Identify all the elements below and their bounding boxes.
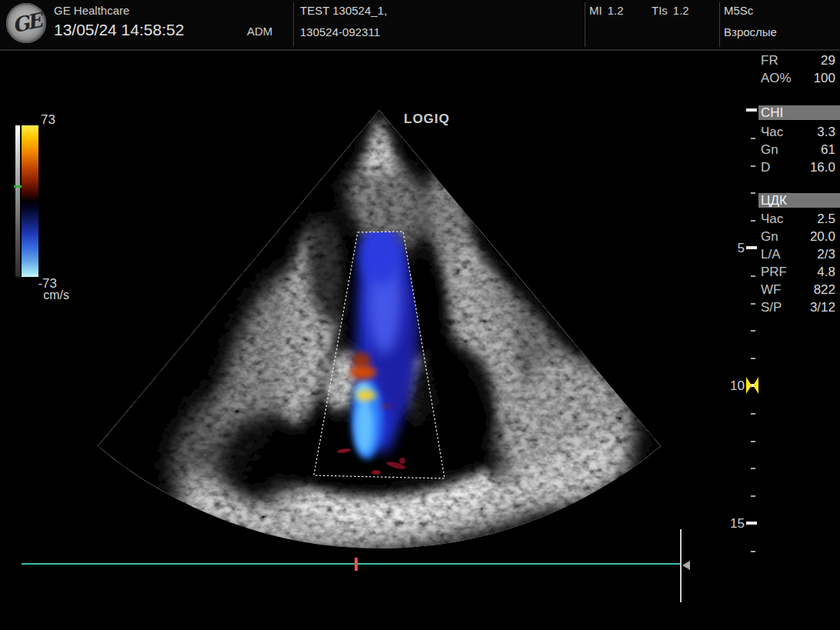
cine-position-marker[interactable] [355,558,358,571]
header-bar: GE GE Healthcare 13/05/24 14:58:52 ADM T… [0,0,840,51]
ruler-label-5: 5 [722,241,745,256]
param-row: D16.0 [758,158,837,176]
timeline-end-line [680,529,682,602]
param-row: S/P3/12 [758,298,837,316]
machine-model-label: LOGIQ [404,112,450,127]
param-row-ao: AO%100 [758,69,837,87]
baseline-tick [14,185,22,188]
param-row-fr: FR29 [758,52,837,69]
grayscale-map-bar [15,125,20,277]
param-row: L/A2/3 [758,245,837,263]
doppler-color-bar [22,125,38,277]
param-row: Gn61 [758,141,837,158]
param-row: Gn20.0 [758,228,837,245]
param-row: Час3.3 [758,123,837,141]
ruler-major-tick [746,522,757,525]
ruler-major-tick [746,108,757,112]
datetime-label: 13/05/24 14:58:52 [54,21,184,39]
tis-indicator: TIs1.2 [652,4,689,17]
header-divider [293,2,294,47]
status-params: FR29 AO%100 [758,52,837,87]
color-mode-section-header: ЦДК [758,193,840,208]
bmode-params: Час3.3 Gn61 D16.0 [758,123,837,176]
param-row: PRF4.8 [758,263,837,281]
timeline-arrow-icon[interactable] [682,561,690,570]
patient-id: 130524-092311 [300,25,380,38]
operator-id: ADM [247,25,272,38]
ruler-label-10: 10 [722,378,745,394]
ultrasound-screen: GE GE Healthcare 13/05/24 14:58:52 ADM T… [0,0,840,630]
cine-timeline[interactable] [22,563,680,565]
ultrasound-image [0,0,840,630]
probe-name[interactable]: M5Sc [724,4,753,17]
color-mode-params: Час2.5 Gn20.0 L/A2/3 PRF4.8 WF822 S/P3/1… [758,210,837,316]
param-row: WF822 [758,281,837,298]
header-divider [719,2,720,47]
scale-unit-label: cm/s [31,288,69,302]
ruler-label-15: 15 [722,516,745,532]
param-row: Час2.5 [758,210,837,228]
focus-marker-icon[interactable] [745,376,759,395]
ruler-major-tick [746,246,757,249]
header-divider [585,2,585,47]
bmode-section-header: CHI [758,105,840,120]
exam-preset[interactable]: Взрослые [724,25,777,38]
mi-indicator: MI1.2 [589,4,624,17]
patient-name[interactable]: TEST 130524_1, [300,4,387,17]
brand-label: GE Healthcare [54,4,129,17]
ge-logo-icon: GE [6,3,46,43]
ruler-cm-ticks [751,110,755,555]
